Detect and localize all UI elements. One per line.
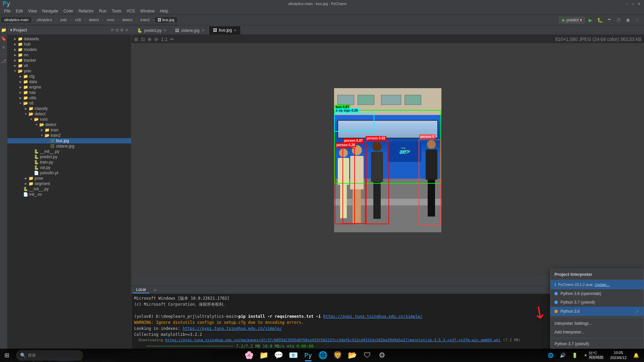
tree-item-models[interactable]: ▶ 📁 models [7,47,131,52]
tree-item-busjpg[interactable]: 🖼 bus.jpg [7,138,131,143]
tab-zidane-jpg[interactable]: 🖼 zidane.jpg ✕ [171,26,209,35]
notification-icon[interactable]: 🔔 [631,350,641,361]
term-link-2[interactable]: https://pypi.tuna.tsinghua.edu.cn/simple… [183,326,282,331]
menu-view[interactable]: View [25,8,40,14]
tree-item-utils[interactable]: ▶ 📁 utils [7,95,131,101]
tree-item-train[interactable]: ▶ 📁 train [7,127,131,133]
taskbar-search[interactable]: 🔍 搜索 [16,350,83,361]
tree-item-predict[interactable]: 🐍 predict.py [7,154,131,160]
interpreter-python37-yolov8[interactable]: Python 3.7 (yolov8) [550,298,644,307]
settings-icon[interactable]: ⚙ [120,28,124,33]
tree-item-yolov8n[interactable]: 📄 yolov8n.pt [7,170,131,176]
tab-bus-jpg[interactable]: 🖼 bus.jpg ✕ [209,26,241,35]
tree-item-val[interactable]: 🐍 val.py [7,165,131,170]
project-tab-detect2[interactable]: detect [120,17,135,22]
project-tab-busjpg[interactable]: 🖼 bus.jpg [155,17,177,22]
profile-button[interactable]: ⏱ [614,16,623,24]
terminal-local-tab[interactable]: Local [133,287,149,293]
project-tab-yolo[interactable]: yolo [57,17,69,22]
tab-close-bus[interactable]: ✕ [234,28,236,32]
stop-button[interactable]: ⏹ [624,16,632,24]
add-interpreter-item[interactable]: Add Interpreter... [550,328,644,337]
maximize-button[interactable]: □ [631,1,635,6]
actual-size-icon[interactable]: ⊡ [141,37,145,42]
update-link[interactable]: Update... [595,283,610,287]
bookmark-icon[interactable]: 🔖 [0,35,7,42]
update-banner[interactable]: ℹ PyCharm 23.1.2 avai Update... [550,280,644,289]
menu-vcs[interactable]: VCS [124,8,138,14]
taskbar-app-chat[interactable]: 💬 [272,349,285,362]
taskbar-app-files[interactable]: 📁 [257,349,271,362]
battery-icon[interactable]: 🔋 [569,350,580,361]
debug-button[interactable]: 🐛 [596,16,604,24]
tab-close-zidane[interactable]: ✕ [202,28,204,32]
tree-item-train-py[interactable]: 🐍 train.py [7,160,131,165]
taskbar-app-explorer2[interactable]: 📂 [346,349,359,362]
tab-close-predict[interactable]: ✕ [164,28,166,32]
tree-item-initov[interactable]: 📄 init_.ov [7,192,131,197]
menu-file[interactable]: File [1,8,13,14]
taskbar-app-pycharm[interactable]: Py [302,349,315,362]
close-panel-icon[interactable]: ✕ [125,28,128,33]
close-button[interactable]: ✕ [637,1,641,6]
run-config-dropdown[interactable]: ▶ predict ▾ [559,17,585,23]
interpreter-settings-item[interactable]: Interpreter Settings... [550,319,644,328]
tree-item-detect-v8[interactable]: ▼ 📂 detect [7,111,131,117]
zoom-in-icon[interactable]: ⊕ [148,37,152,42]
menu-code[interactable]: Code [61,8,76,14]
menu-window[interactable]: Window [138,8,157,14]
window-controls[interactable]: ─ □ ✕ [625,1,641,6]
git-icon[interactable]: ⎇ [0,58,7,64]
tree-item-yolo[interactable]: ▼ 📂 yolo [7,68,131,74]
tree-item-detect-runs[interactable]: ▼ 📂 detect [7,122,131,127]
taskbar-clock[interactable]: 10:05 2023/6/12 [607,350,629,361]
taskbar-app-chrome[interactable]: 🌐 [316,349,330,362]
project-tab-detect[interactable]: detect [86,17,102,22]
tree-item-init[interactable]: 🐍 __init__.py [7,149,131,154]
terminal-add-tab[interactable]: + [151,287,160,293]
taskbar-app-files2[interactable]: 🛡 [361,349,374,362]
color-picker-icon[interactable]: ✏ [170,37,174,42]
tree-item-v8[interactable]: ▼ 📂 v8 [7,101,131,106]
structure-icon[interactable]: ≡ [1,44,5,51]
menu-navigate[interactable]: Navigate [40,8,61,14]
tree-item-train2[interactable]: ▼ 📂 train2 [7,133,131,138]
minimize-button[interactable]: ─ [625,1,629,6]
collapse-icon[interactable]: ⊟ [115,28,119,33]
tree-item-nas[interactable]: ▶ 📁 nas [7,90,131,95]
run-button[interactable]: ▶ [586,16,594,24]
tree-item-engine[interactable]: ▶ 📁 engine [7,84,131,90]
interpreter-python36-active[interactable]: Python 3.6 ✓ [550,307,644,316]
tree-item-nn[interactable]: ▶ 📁 nn [7,52,131,58]
tree-item-vit[interactable]: ▶ 📁 vit [7,63,131,68]
project-tab-v8[interactable]: v18 [72,17,84,22]
menu-run[interactable]: Run [96,8,109,14]
fit-window-icon[interactable]: ⊞ [134,37,138,42]
tree-item-segment[interactable]: ▶ 📁 segment [7,181,131,186]
tree-item-runs[interactable]: ▼ 📂 runs [7,117,131,122]
sync-icon[interactable]: ⟳ [111,28,114,33]
taskbar-app-brave[interactable]: 🦁 [331,349,344,362]
project-tab-ultralytics[interactable]: ultralytics [34,17,55,22]
project-tab-runs[interactable]: runs [104,17,117,22]
taskbar-start-button[interactable]: ⊞ [0,349,13,362]
tree-item-cfg[interactable]: ▶ 📁 cfg [7,74,131,79]
term-link-1[interactable]: https://pypi.tuna.tsinghua.edu.cn/simple… [323,314,423,319]
menu-edit[interactable]: Edit [13,8,25,14]
tree-item-hub[interactable]: ▶ 📁 hub [7,42,131,47]
tab-predict-py[interactable]: 🐍 predict.py ✕ [133,26,171,35]
network-icon[interactable]: 🌐 [545,350,556,361]
taskbar-app-mail[interactable]: 📧 [287,349,300,362]
interpreter-python36-openmlab[interactable]: Python 3.6 (openmlab) [550,289,644,298]
term-link-dl1[interactable]: https://pypi.tuna.tsinghua.edu.cn/packag… [165,338,501,342]
taskbar-app-explorer[interactable]: 🌸 [243,349,256,362]
volume-icon[interactable]: 🔊 [557,350,568,361]
tree-item-tracker[interactable]: ▶ 📁 tracker [7,58,131,63]
taskbar-weather[interactable]: ☀ 31°C 局部晴朗 [581,351,606,360]
tree-item-data[interactable]: ▶ 📁 data [7,79,131,84]
menu-tools[interactable]: Tools [109,8,124,14]
project-tab-root[interactable]: ultralytics-main [1,17,31,22]
project-icon[interactable]: 📁 [0,27,7,33]
tree-item-datasets[interactable]: ▶ 📁 datasets [7,36,131,42]
zoom-out-icon[interactable]: ⊖ [154,37,158,42]
